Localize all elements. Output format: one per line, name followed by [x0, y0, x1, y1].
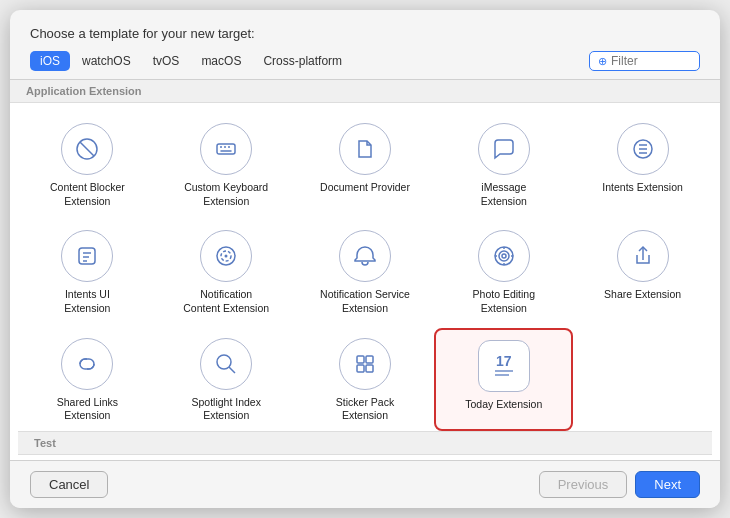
notification-service-icon [339, 230, 391, 282]
item-label: Today Extension [465, 398, 542, 412]
tab-watchos[interactable]: watchOS [72, 51, 141, 71]
list-item[interactable]: Document Provider [296, 113, 435, 216]
nav-buttons: Previous Next [539, 471, 700, 498]
intents-ui-icon [61, 230, 113, 282]
list-item[interactable]: Intents Extension [573, 113, 712, 216]
tab-ios[interactable]: iOS [30, 51, 70, 71]
svg-line-24 [229, 367, 235, 373]
item-label: Content Blocker Extension [42, 181, 132, 208]
cancel-button[interactable]: Cancel [30, 471, 108, 498]
section-test: Test [18, 431, 712, 460]
list-item[interactable]: Notification Service Extension [296, 220, 435, 323]
intents-icon [617, 123, 669, 175]
extensions-grid: Content Blocker Extension Custom Keyboa [18, 113, 712, 431]
svg-point-23 [217, 355, 231, 369]
item-label: Spotlight Index Extension [181, 396, 271, 423]
item-label: Custom Keyboard Extension [181, 181, 271, 208]
filter-icon: ⊕ [598, 55, 607, 68]
filter-input-wrap: ⊕ [589, 51, 700, 71]
list-item[interactable]: Spotlight Index Extension [157, 328, 296, 431]
list-item[interactable]: Photo Editing Extension [434, 220, 573, 323]
item-label: Notification Content Extension [181, 288, 271, 315]
template-dialog: Choose a template for your new target: i… [10, 10, 720, 508]
next-button[interactable]: Next [635, 471, 700, 498]
today-extension-item[interactable]: 17 Today Extension [434, 328, 573, 431]
tab-tvos[interactable]: tvOS [143, 51, 190, 71]
svg-point-17 [502, 254, 506, 258]
item-label: Intents Extension [602, 181, 683, 195]
imessage-icon [478, 123, 530, 175]
list-item[interactable]: Intents UI Extension [18, 220, 157, 323]
tab-crossplatform[interactable]: Cross-platform [253, 51, 352, 71]
list-item[interactable]: Notification Content Extension [157, 220, 296, 323]
dialog-footer: Cancel Previous Next [10, 461, 720, 508]
test-grid [18, 455, 712, 460]
section-header-test: Test [18, 432, 712, 455]
svg-point-16 [499, 251, 509, 261]
list-item[interactable]: Content Blocker Extension [18, 113, 157, 216]
dialog-title: Choose a template for your new target: [10, 10, 720, 51]
content-area: Application Extension Content Blocker Ex… [10, 79, 720, 461]
svg-rect-28 [366, 365, 373, 372]
notification-content-icon [200, 230, 252, 282]
item-label: Photo Editing Extension [459, 288, 549, 315]
list-item[interactable]: Custom Keyboard Extension [157, 113, 296, 216]
today-icon: 17 [478, 340, 530, 392]
document-provider-icon [339, 123, 391, 175]
photo-editing-icon [478, 230, 530, 282]
svg-rect-27 [357, 365, 364, 372]
item-label: Shared Links Extension [42, 396, 132, 423]
item-label: Document Provider [320, 181, 410, 195]
sticker-pack-icon [339, 338, 391, 390]
previous-button[interactable]: Previous [539, 471, 628, 498]
item-label: Sticker Pack Extension [320, 396, 410, 423]
svg-rect-26 [366, 356, 373, 363]
svg-rect-2 [217, 144, 235, 154]
list-item[interactable]: iMessage Extension [434, 113, 573, 216]
shared-links-icon [61, 338, 113, 390]
svg-point-15 [495, 247, 513, 265]
tabs-bar: iOS watchOS tvOS macOS Cross-platform ⊕ [10, 51, 720, 79]
svg-point-14 [225, 255, 228, 258]
item-label: Notification Service Extension [320, 288, 410, 315]
svg-line-1 [80, 142, 94, 156]
filter-input[interactable] [611, 54, 691, 68]
share-icon [617, 230, 669, 282]
spotlight-icon [200, 338, 252, 390]
grid-scroll[interactable]: Content Blocker Extension Custom Keyboa [10, 103, 720, 460]
custom-keyboard-icon [200, 123, 252, 175]
list-item[interactable]: Sticker Pack Extension [296, 328, 435, 431]
svg-rect-25 [357, 356, 364, 363]
item-label: Intents UI Extension [42, 288, 132, 315]
list-item[interactable]: Share Extension [573, 220, 712, 323]
list-item[interactable]: Shared Links Extension [18, 328, 157, 431]
section-header-appext: Application Extension [10, 80, 720, 103]
tab-macos[interactable]: macOS [191, 51, 251, 71]
content-blocker-icon [61, 123, 113, 175]
item-label: iMessage Extension [459, 181, 549, 208]
item-label: Share Extension [604, 288, 681, 302]
